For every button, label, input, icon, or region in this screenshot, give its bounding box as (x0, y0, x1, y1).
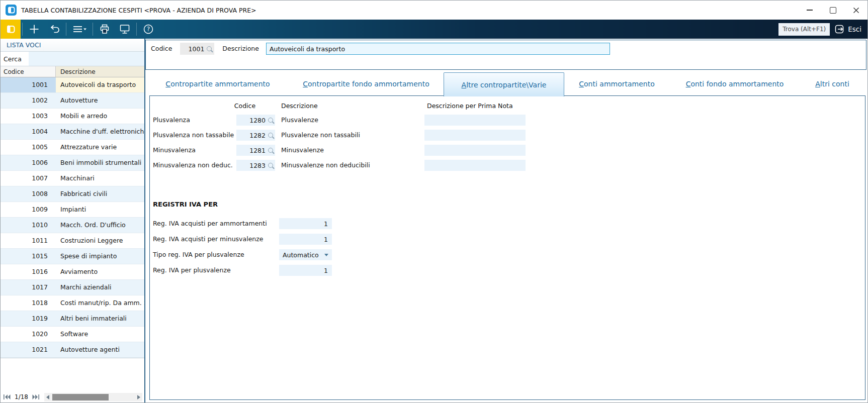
list-item[interactable]: 1007Macchinari (1, 171, 144, 186)
list-item-desc: Beni immobili strumentali (56, 155, 144, 170)
list-item-desc: Costi manut/rip. Da amm. >5% (56, 295, 144, 311)
exit-button[interactable]: Esci (834, 24, 861, 35)
list-item-code: 1020 (1, 327, 56, 342)
row-reg-iva-minusvalenze: Reg. IVA acquisti per minusvalenze 1 (150, 234, 865, 245)
prima-nota-input[interactable] (424, 145, 526, 156)
list-item-desc: Software (56, 327, 144, 342)
menu-button[interactable] (68, 20, 91, 39)
row-tipo-reg-iva-plusvalenze: Tipo reg. IVA per plusvalenze Automatico (150, 249, 865, 260)
help-button[interactable]: ? (138, 20, 158, 39)
prima-nota-input[interactable] (424, 115, 526, 126)
menu-icon (72, 24, 87, 35)
sidebar-pager: 1/18 (1, 392, 144, 402)
field-value: 1 (324, 236, 328, 243)
list-item[interactable]: 1006Beni immobili strumentali (1, 155, 144, 171)
list-item-code: 1006 (1, 155, 56, 170)
code-lookup-field[interactable]: 1282 (236, 130, 275, 141)
first-page-button[interactable] (3, 392, 12, 401)
list-item[interactable]: 1009Impianti (1, 202, 144, 218)
horizontal-scrollbar[interactable] (44, 393, 142, 401)
minimize-button[interactable] (798, 1, 821, 20)
last-page-icon (32, 394, 39, 399)
first-page-icon (4, 394, 11, 399)
tipo-reg-iva-dropdown[interactable]: Automatico (279, 249, 332, 260)
list-item[interactable]: 1005Attrezzature varie (1, 140, 144, 155)
list-item[interactable]: 1004Macchine d'uff. elettroniche (1, 124, 144, 140)
toolbar-separator (93, 23, 93, 36)
close-button[interactable] (844, 1, 867, 20)
tab-altre-contropartite-varie[interactable]: Altre contropartite\Varie (444, 72, 564, 96)
description-input[interactable] (266, 43, 610, 55)
list-item[interactable]: 1021Autovetture agenti (1, 342, 144, 358)
find-button[interactable]: Trova (Alt+F1) (778, 23, 830, 36)
list-item-code: 1019 (1, 311, 56, 326)
list-item[interactable]: 1016Avviamento (1, 264, 144, 280)
print-button[interactable] (95, 20, 115, 39)
list-item-desc: Impianti (56, 202, 144, 217)
prima-nota-input[interactable] (424, 160, 526, 171)
toolbar-separator (22, 23, 23, 36)
tab-conti-ammortamento[interactable]: Conti ammortamento (576, 72, 657, 95)
app-logo-icon (6, 5, 17, 16)
list-item-code: 1002 (1, 93, 56, 108)
scrollbar-thumb[interactable] (52, 394, 109, 400)
list-item[interactable]: 1010Macch. Ord. D'ufficio (1, 218, 144, 233)
toolbar-separator (136, 23, 137, 36)
tab-strip: Contropartite ammortamento Contropartite… (145, 72, 867, 95)
sidebar-rows: 1001Autoveicoli da trasporto1002Autovett… (1, 77, 144, 358)
list-item[interactable]: 1020Software (1, 327, 144, 342)
list-item[interactable]: 1002Autovetture (1, 93, 144, 109)
last-page-button[interactable] (31, 392, 40, 401)
list-item[interactable]: 1015Spese di impianto (1, 249, 144, 264)
new-button[interactable] (24, 20, 44, 39)
code-value: 1001 (189, 45, 205, 53)
app-window: TABELLA CONTABILIZZAZIONE CESPITI <PROVA… (0, 0, 868, 403)
account-description: Minusvalenze non deducibili (281, 160, 370, 171)
list-item-desc: Macchine d'uff. elettroniche (56, 124, 144, 139)
magnifier-icon (207, 46, 212, 51)
list-item[interactable]: 1011Costruzioni Leggere (1, 233, 144, 249)
list-item[interactable]: 1008Fabbricati civili (1, 186, 144, 202)
exit-label: Esci (848, 25, 861, 33)
list-item-code: 1007 (1, 171, 56, 186)
maximize-button[interactable] (821, 1, 844, 20)
tab-conti-fondo-ammortamento[interactable]: Conti fondo ammortamento (683, 72, 787, 95)
reg-iva-ammortamenti-field[interactable]: 1 (279, 218, 332, 229)
scroll-left-icon (46, 395, 49, 399)
column-header-codice[interactable]: Codice (1, 66, 56, 77)
monitor-button[interactable] (115, 20, 135, 39)
row-minusvalenza-non-deduc: Minusvalenza non deduc. 1283 Minusvalenz… (150, 160, 865, 171)
code-value: 1280 (249, 117, 266, 124)
reg-iva-plusvalenze-field[interactable]: 1 (279, 265, 332, 276)
code-lookup-field[interactable]: 1280 (236, 115, 275, 126)
code-lookup-field[interactable]: 1001 (180, 43, 214, 55)
reg-iva-minusvalenze-field[interactable]: 1 (279, 234, 332, 245)
row-label: Tipo reg. IVA per plusvalenze (153, 249, 244, 260)
row-label: Minusvalenza (153, 145, 196, 156)
scroll-left-button[interactable] (44, 393, 51, 401)
list-item[interactable]: 1003Mobili e arredo (1, 109, 144, 124)
monitor-icon (119, 24, 131, 35)
row-minusvalenza: Minusvalenza 1281 Minusvalenze (150, 145, 865, 156)
tab-altri-conti[interactable]: Altri conti (812, 72, 852, 95)
undo-button[interactable] (44, 20, 64, 39)
code-lookup-field[interactable]: 1283 (236, 160, 275, 171)
list-item[interactable]: 1001Autoveicoli da trasporto (1, 77, 144, 93)
list-item[interactable]: 1018Costi manut/rip. Da amm. >5% (1, 295, 144, 311)
titlebar: TABELLA CONTABILIZZAZIONE CESPITI <PROVA… (1, 1, 867, 20)
tab-contropartite-fondo-ammortamento[interactable]: Contropartite fondo ammortamento (300, 72, 432, 95)
list-item-code: 1004 (1, 124, 56, 139)
tab-contropartite-ammortamento[interactable]: Contropartite ammortamento (162, 72, 273, 95)
prima-nota-input[interactable] (424, 130, 526, 141)
sidebar-search-input[interactable] (29, 52, 144, 66)
list-item[interactable]: 1017Marchi aziendali (1, 280, 144, 295)
brand-button[interactable] (1, 20, 21, 39)
list-item-desc: Attrezzature varie (56, 140, 144, 155)
scroll-right-button[interactable] (135, 393, 142, 401)
code-lookup-field[interactable]: 1281 (236, 145, 275, 156)
list-item[interactable]: 1019Altri beni immateriali (1, 311, 144, 327)
row-label: Plusvalenza (153, 115, 190, 126)
column-header-descrizione[interactable]: Descrizione (56, 66, 144, 77)
account-description: Plusvalenze (281, 115, 318, 126)
account-description: Plusvalenze non tassabili (281, 130, 360, 141)
